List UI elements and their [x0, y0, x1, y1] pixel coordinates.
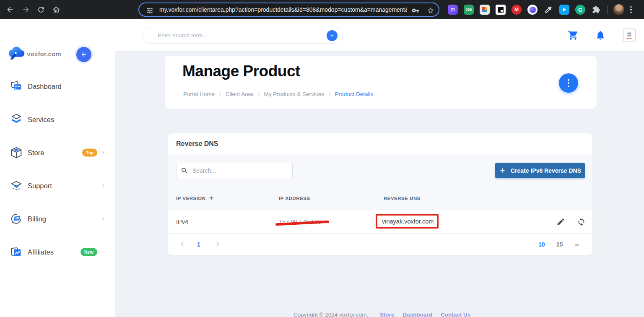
edit-pencil-icon[interactable]	[556, 217, 565, 226]
brand-name[interactable]: voxfor.com	[27, 50, 61, 57]
plus-icon	[499, 167, 506, 174]
sidebar-item-label: Store	[28, 148, 44, 156]
panel-title: Reverse DNS	[176, 140, 218, 148]
sidebar-item-services[interactable]: Services	[0, 103, 115, 136]
sidebar-item-affiliates[interactable]: Affiliates New	[0, 235, 115, 268]
mega-letter: M	[514, 7, 519, 13]
panel-toolbar: Create IPv6 Reverse DNS	[168, 154, 592, 187]
sidebar-item-label: Affiliates	[28, 248, 54, 256]
breadcrumb-portal-home[interactable]: Portal Home	[183, 91, 215, 97]
page-title: Manage Product	[182, 62, 300, 80]
footer-link-store[interactable]: Store	[380, 312, 395, 317]
store-icon	[9, 146, 23, 160]
affiliates-icon	[9, 245, 23, 259]
next-page-icon[interactable]	[213, 239, 222, 249]
chevron-right-icon	[100, 216, 106, 222]
address-bar[interactable]: my.voxfor.com/clientarea.php?action=prod…	[138, 3, 439, 17]
user-avatar-placeholder[interactable]	[623, 29, 636, 42]
voxfor-logo-icon[interactable]	[7, 44, 26, 62]
chevron-right-icon	[100, 183, 106, 189]
column-header-label: IP VERSION	[176, 196, 206, 201]
store-top-badge: Top	[82, 148, 97, 156]
notifications-bell-icon[interactable]	[595, 30, 606, 41]
dashboard-icon	[9, 79, 23, 94]
table-search	[176, 163, 293, 178]
sidebar-item-label: Support	[28, 182, 52, 190]
previous-page-icon[interactable]	[178, 239, 187, 249]
extension-200-icon[interactable]: 200	[464, 5, 474, 15]
extension-21-badge: 21	[450, 8, 455, 12]
footer-link-contact-us[interactable]: Contact Us	[441, 312, 470, 317]
sidebar-item-label: Dashboard	[28, 82, 62, 90]
url-text[interactable]: my.voxfor.com/clientarea.php?action=prod…	[159, 3, 407, 16]
send-extension-icon[interactable]	[559, 5, 569, 15]
column-header-ip-version[interactable]: IP VERSION	[176, 195, 214, 201]
table-row: IPv4 157.90.145.186 vinayak.voxfor.com	[168, 210, 592, 234]
affiliates-new-badge: New	[80, 248, 97, 256]
create-button-label: Create IPv6 Reverse DNS	[511, 167, 581, 174]
browser-menu-icon[interactable]	[630, 6, 632, 13]
footer-link-dashboard[interactable]: Dashboard	[403, 312, 433, 317]
sidebar-item-label: Services	[28, 115, 54, 123]
globe-extension-icon[interactable]	[527, 5, 538, 15]
sidebar-item-dashboard[interactable]: Dashboard	[0, 70, 115, 103]
panel-title-row: Reverse DNS	[168, 133, 592, 154]
copyright-text: Copyright © 2024 voxfor.com.	[293, 312, 368, 317]
services-icon	[9, 112, 23, 127]
arrow-left-icon	[80, 51, 87, 58]
sidebar-item-store[interactable]: Store Top	[0, 136, 115, 169]
search-add-button[interactable]	[327, 30, 338, 41]
picture-in-picture-icon[interactable]	[496, 5, 506, 15]
refresh-sync-icon[interactable]	[577, 217, 586, 226]
extensions-puzzle-icon[interactable]	[591, 5, 601, 15]
photos-extension-icon[interactable]	[480, 5, 490, 15]
mega-extension-icon[interactable]: M	[512, 5, 522, 15]
bookmark-star-icon[interactable]	[427, 7, 434, 14]
browser-home-icon[interactable]	[52, 5, 60, 14]
cart-icon[interactable]	[568, 30, 579, 41]
sidebar-item-label: Billing	[28, 215, 46, 223]
extension-200-badge: 200	[465, 8, 472, 12]
page-size-25[interactable]: 25	[556, 241, 563, 248]
pagination-bar: 1 10 25 ∞	[168, 234, 592, 255]
column-header-reverse-dns[interactable]: REVERSE DNS	[384, 196, 421, 201]
footer: Copyright © 2024 voxfor.com. Store Dashb…	[293, 312, 470, 317]
extension-toolbar: 21 200 M G	[448, 5, 632, 15]
breadcrumb-product-details: Product Details	[335, 91, 374, 97]
site-settings-icon[interactable]	[146, 7, 153, 14]
breadcrumb-client-area[interactable]: Client Area	[226, 91, 253, 97]
support-icon	[9, 179, 23, 193]
sidebar: voxfor.com Dashboard Services Store Top …	[0, 19, 115, 317]
column-header-ip-address[interactable]: IP ADDRESS	[279, 196, 310, 201]
global-search-input[interactable]	[158, 27, 317, 43]
extension-21-icon[interactable]: 21	[448, 5, 458, 15]
table-search-input[interactable]	[192, 163, 289, 178]
browser-profile-avatar[interactable]	[613, 4, 624, 15]
sidebar-collapse-button[interactable]	[76, 47, 91, 62]
sort-ascending-icon	[208, 195, 214, 201]
browser-forward-icon[interactable]	[22, 5, 30, 14]
create-ipv6-reverse-dns-button[interactable]: Create IPv6 Reverse DNS	[495, 163, 585, 178]
sidebar-item-billing[interactable]: Billing	[0, 202, 115, 235]
page-size-all-infinity[interactable]: ∞	[575, 242, 579, 248]
cell-ip-version: IPv4	[176, 218, 188, 225]
breadcrumb-separator: /	[329, 91, 330, 97]
sidebar-item-support[interactable]: Support	[0, 169, 115, 202]
breadcrumb-my-products[interactable]: My Products & Services	[264, 91, 324, 97]
reverse-dns-highlight-annotation: vinayak.voxfor.com	[376, 214, 439, 229]
eyedropper-extension-icon[interactable]	[543, 5, 553, 15]
breadcrumb: Portal Home / Client Area / My Products …	[183, 91, 373, 97]
grammarly-extension-icon[interactable]: G	[575, 5, 585, 15]
reverse-dns-panel: Reverse DNS Create IPv6 Reverse DNS IP V…	[168, 133, 592, 255]
broken-image-icon	[627, 32, 632, 37]
browser-back-icon[interactable]	[6, 5, 14, 14]
product-actions-menu-button[interactable]	[559, 73, 578, 93]
billing-icon	[9, 212, 23, 226]
browser-reload-icon[interactable]	[37, 5, 45, 14]
browser-chrome: my.voxfor.com/clientarea.php?action=prod…	[0, 0, 644, 19]
column-header-label: IP ADDRESS	[279, 196, 310, 201]
password-key-icon[interactable]	[412, 7, 419, 14]
page-number-current[interactable]: 1	[197, 241, 200, 248]
page-size-10[interactable]: 10	[538, 241, 545, 248]
grammarly-letter: G	[578, 7, 582, 13]
